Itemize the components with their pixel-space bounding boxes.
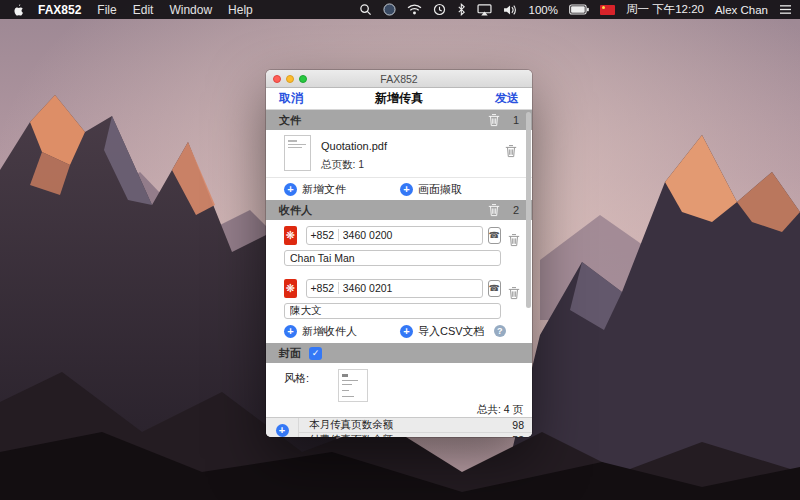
monthly-balance-row: 本月传真页数余额 98 bbox=[299, 418, 532, 432]
fax852-window: FAX852 取消 新增传真 发送 文件 1 Quotation.pdf 总页数… bbox=[266, 70, 532, 437]
scrollbar-thumb[interactable] bbox=[526, 112, 531, 308]
file-name: Quotation.pdf bbox=[321, 140, 519, 152]
add-recipient-label: 新增收件人 bbox=[302, 324, 357, 339]
fax-number-input[interactable] bbox=[339, 282, 482, 294]
cover-template-thumbnail[interactable] bbox=[338, 369, 368, 402]
battery-icon[interactable] bbox=[569, 4, 589, 15]
add-pages-button[interactable]: + bbox=[276, 424, 289, 437]
cover-checkbox[interactable]: ✓ bbox=[309, 347, 322, 360]
window-title: FAX852 bbox=[266, 73, 532, 85]
pdf-thumbnail bbox=[284, 135, 311, 171]
battery-percent: 100% bbox=[529, 4, 558, 16]
menu-clock[interactable]: 周一 下午12:20 bbox=[626, 2, 704, 17]
recipient-name-input[interactable] bbox=[284, 250, 501, 266]
delete-all-files-button[interactable] bbox=[487, 113, 501, 127]
paid-balance-row: 付费传真页数余额 53 bbox=[299, 432, 532, 437]
fax-toolbar: 取消 新增传真 发送 bbox=[266, 88, 532, 110]
window-titlebar[interactable]: FAX852 bbox=[266, 70, 532, 88]
contacts-picker-button[interactable]: ☎ bbox=[488, 227, 501, 244]
file-list-item: Quotation.pdf 总页数: 1 bbox=[266, 130, 532, 177]
recipient-row: ❋ +852 ☎ bbox=[266, 220, 532, 266]
delete-recipient-button[interactable] bbox=[507, 233, 521, 247]
menu-help[interactable]: Help bbox=[228, 3, 253, 17]
wifi-icon[interactable] bbox=[407, 4, 422, 15]
country-flag-button[interactable]: ❋ bbox=[284, 226, 297, 245]
cover-style-row: 风格: bbox=[266, 363, 532, 403]
cover-style-label: 风格: bbox=[284, 372, 309, 384]
monthly-balance-label: 本月传真页数余额 bbox=[309, 418, 512, 432]
cover-section-title: 封面 bbox=[279, 346, 301, 361]
add-file-label: 新增文件 bbox=[302, 182, 346, 197]
paid-balance-value: 53 bbox=[512, 434, 524, 437]
files-count: 1 bbox=[501, 114, 519, 126]
plus-icon: + bbox=[284, 325, 297, 338]
time-machine-icon[interactable] bbox=[433, 3, 446, 16]
total-pages-label: 总共: 4 页 bbox=[266, 403, 532, 417]
bluetooth-icon[interactable] bbox=[457, 3, 466, 16]
hk-flag-flower-icon: ❋ bbox=[286, 283, 295, 294]
recipients-count: 2 bbox=[501, 204, 519, 216]
menu-edit[interactable]: Edit bbox=[133, 3, 154, 17]
balance-footer: + 本月传真页数余额 98 付费传真页数余额 53 bbox=[266, 417, 532, 437]
recipients-section-header: 收件人 2 bbox=[266, 200, 532, 220]
airplay-display-icon[interactable] bbox=[477, 4, 492, 16]
files-section-title: 文件 bbox=[279, 113, 301, 128]
recipient-row: ❋ +852 ☎ bbox=[266, 273, 532, 319]
add-recipient-button[interactable]: + 新增收件人 bbox=[284, 324, 357, 339]
file-pages-label: 总页数: 1 bbox=[321, 158, 519, 172]
screen-capture-button[interactable]: + 画面撷取 bbox=[400, 182, 462, 197]
delete-all-recipients-button[interactable] bbox=[487, 203, 501, 217]
fax-number-input[interactable] bbox=[339, 229, 482, 241]
menu-app-name[interactable]: FAX852 bbox=[38, 3, 81, 17]
volume-icon[interactable] bbox=[503, 4, 518, 16]
plus-icon: + bbox=[400, 183, 413, 196]
user-menu[interactable]: Alex Chan bbox=[715, 4, 768, 16]
globe-app-icon[interactable] bbox=[383, 3, 396, 16]
help-icon[interactable]: ? bbox=[494, 325, 506, 337]
import-csv-label: 导入CSV文档 bbox=[418, 324, 485, 339]
contacts-picker-button[interactable]: ☎ bbox=[488, 280, 501, 297]
recipients-section-title: 收件人 bbox=[279, 203, 312, 218]
files-section-header: 文件 1 bbox=[266, 110, 532, 130]
search-icon[interactable] bbox=[359, 3, 372, 16]
page-title: 新增传真 bbox=[303, 90, 495, 107]
cover-section-header: 封面 ✓ bbox=[266, 343, 532, 363]
phone-book-icon: ☎ bbox=[489, 231, 500, 240]
delete-file-button[interactable] bbox=[504, 144, 518, 158]
cancel-button[interactable]: 取消 bbox=[279, 90, 303, 107]
monthly-balance-value: 98 bbox=[512, 419, 524, 431]
delete-recipient-button[interactable] bbox=[507, 286, 521, 300]
recipients-actions-row: + 新增收件人 + 导入CSV文档 ? bbox=[266, 319, 532, 343]
paid-balance-label: 付费传真页数余额 bbox=[309, 433, 512, 437]
send-button[interactable]: 发送 bbox=[495, 90, 519, 107]
recipient-name-input[interactable] bbox=[284, 303, 501, 319]
input-source-flag-icon[interactable] bbox=[600, 5, 615, 15]
screen-capture-label: 画面撷取 bbox=[418, 182, 462, 197]
menu-window[interactable]: Window bbox=[169, 3, 212, 17]
plus-icon: + bbox=[400, 325, 413, 338]
hk-flag-flower-icon: ❋ bbox=[286, 230, 295, 241]
country-code-label: +852 bbox=[307, 229, 339, 241]
phone-book-icon: ☎ bbox=[489, 284, 500, 293]
country-code-label: +852 bbox=[307, 282, 339, 294]
plus-icon: + bbox=[284, 183, 297, 196]
menu-file[interactable]: File bbox=[97, 3, 116, 17]
apple-menu-icon[interactable] bbox=[12, 3, 24, 17]
add-file-button[interactable]: + 新增文件 bbox=[284, 182, 346, 197]
menu-bar: FAX852 File Edit Window Help 100% 周一 下午1… bbox=[0, 0, 800, 19]
import-csv-button[interactable]: + 导入CSV文档 ? bbox=[400, 324, 506, 339]
notification-center-icon[interactable] bbox=[779, 4, 792, 15]
country-flag-button[interactable]: ❋ bbox=[284, 279, 297, 298]
files-actions-row: + 新增文件 + 画面撷取 bbox=[266, 177, 532, 200]
